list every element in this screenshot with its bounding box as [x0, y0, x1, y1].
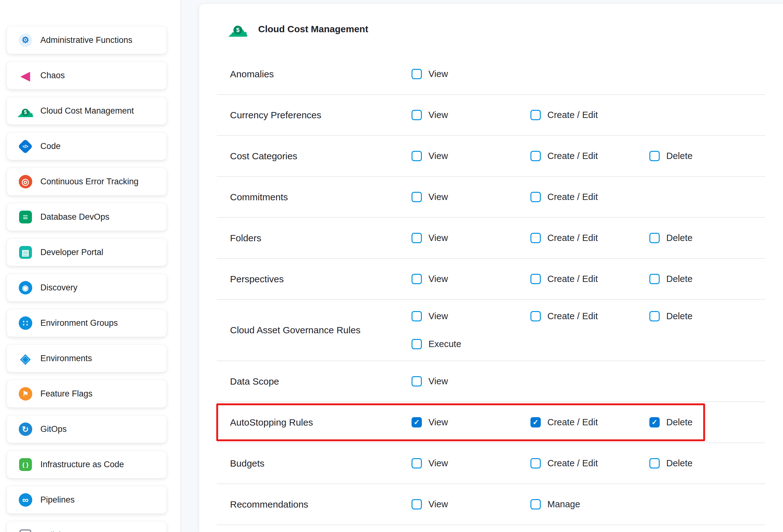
- folders-view-checkbox[interactable]: [411, 233, 422, 243]
- sidebar-item-label: Feature Flags: [40, 389, 93, 399]
- resource-name: AutoStopping Rules: [217, 417, 411, 428]
- permission-label[interactable]: Delete: [666, 274, 693, 284]
- permission-label[interactable]: View: [429, 151, 448, 161]
- permission-label[interactable]: View: [429, 192, 448, 202]
- permission-label[interactable]: View: [429, 69, 448, 79]
- permission-row-folders: FoldersViewCreate / EditDelete: [217, 218, 765, 259]
- sidebar-item-cloud-cost-management[interactable]: ☁$ Cloud Cost Management: [7, 97, 166, 125]
- resource-name: Cloud Asset Governance Rules: [217, 325, 411, 336]
- cloud-asset-governance-rules-execute-checkbox[interactable]: [411, 339, 422, 349]
- permission-label[interactable]: Create / Edit: [547, 151, 598, 161]
- permission-row-cloud-asset-governance-rules: Cloud Asset Governance RulesViewCreate /…: [217, 300, 765, 361]
- sidebar-item-database-devops[interactable]: ≡ Database DevOps: [7, 204, 166, 231]
- sidebar-item-environment-groups[interactable]: ∷ Environment Groups: [7, 310, 166, 337]
- permission-cell: Create / Edit: [530, 274, 649, 284]
- sidebar-item-label: Developer Portal: [40, 248, 103, 257]
- recommendations-manage-checkbox[interactable]: [530, 499, 541, 509]
- permission-cell: Delete: [649, 274, 765, 284]
- permission-label[interactable]: View: [429, 274, 448, 284]
- sidebar-list: ⚙ Administrative Functions ◀ Chaos ☁$ Cl…: [0, 0, 181, 532]
- permission-label[interactable]: Delete: [666, 233, 693, 243]
- budgets-delete-checkbox[interactable]: [649, 458, 660, 468]
- sidebar-item-developer-portal[interactable]: ▤ Developer Portal: [7, 239, 166, 266]
- permission-cell: View: [411, 110, 530, 120]
- permission-row-data-scope: Data ScopeView: [217, 361, 765, 402]
- permission-label[interactable]: View: [429, 499, 448, 509]
- budgets-view-checkbox[interactable]: [411, 458, 422, 468]
- sidebar-item-label: GitOps: [40, 424, 67, 434]
- resource-name: Anomalies: [217, 69, 411, 80]
- perspectives-create-edit-checkbox[interactable]: [530, 274, 541, 284]
- data-scope-view-checkbox[interactable]: [411, 376, 422, 386]
- sidebar-item-infrastructure-as-code[interactable]: { } Infrastructure as Code: [7, 451, 166, 478]
- commitments-create-edit-checkbox[interactable]: [530, 192, 541, 202]
- cost-categories-create-edit-checkbox[interactable]: [530, 151, 541, 161]
- cost-categories-delete-checkbox[interactable]: [649, 151, 660, 161]
- permission-label[interactable]: Create / Edit: [547, 110, 598, 120]
- resource-name: Folders: [217, 233, 411, 244]
- perspectives-view-checkbox[interactable]: [411, 274, 422, 284]
- resource-name: Cost Categories: [217, 151, 411, 161]
- sidebar-item-administrative-functions[interactable]: ⚙ Administrative Functions: [7, 27, 166, 54]
- autostopping-rules-delete-checkbox[interactable]: [649, 417, 660, 428]
- permission-label[interactable]: View: [429, 233, 448, 243]
- iac-icon: { }: [18, 458, 33, 472]
- permission-cell: Manage: [530, 499, 649, 509]
- sidebar-item-code[interactable]: </> Code: [7, 133, 166, 160]
- permission-label[interactable]: Create / Edit: [547, 311, 598, 321]
- anomalies-view-checkbox[interactable]: [411, 69, 422, 79]
- permission-cell: Create / Edit: [530, 192, 649, 202]
- sidebar-item-continuous-error-tracking[interactable]: ◎ Continuous Error Tracking: [7, 168, 166, 195]
- budgets-create-edit-checkbox[interactable]: [530, 458, 541, 468]
- permission-cell: View: [411, 311, 530, 321]
- permission-label[interactable]: Create / Edit: [547, 458, 598, 468]
- permission-label[interactable]: View: [429, 417, 448, 428]
- sidebar-item-policies[interactable]: ✓ Policies: [7, 522, 166, 532]
- currency-preferences-create-edit-checkbox[interactable]: [530, 110, 541, 120]
- pipelines-icon: ∞: [18, 493, 33, 507]
- permission-cell: View: [411, 233, 530, 243]
- permission-row-cost-categories: Cost CategoriesViewCreate / EditDelete: [217, 136, 765, 177]
- permission-label[interactable]: Create / Edit: [547, 417, 598, 428]
- permission-cell: Delete: [649, 151, 765, 161]
- sidebar-item-chaos[interactable]: ◀ Chaos: [7, 62, 166, 89]
- folders-delete-checkbox[interactable]: [649, 233, 660, 243]
- permission-label[interactable]: Execute: [429, 339, 461, 349]
- sidebar-item-label: Environments: [40, 354, 92, 363]
- permission-label[interactable]: Delete: [666, 458, 693, 468]
- permission-label[interactable]: View: [429, 311, 448, 321]
- main-background: ☁$ Cloud Cost Management AnomaliesViewCu…: [181, 0, 783, 532]
- permission-label[interactable]: Delete: [666, 151, 693, 161]
- permission-label[interactable]: Create / Edit: [547, 192, 598, 202]
- permission-label[interactable]: View: [429, 376, 448, 386]
- permission-cell: Create / Edit: [530, 233, 649, 243]
- resource-name: Commitments: [217, 192, 411, 202]
- sidebar-item-pipelines[interactable]: ∞ Pipelines: [7, 486, 166, 513]
- perspectives-delete-checkbox[interactable]: [649, 274, 660, 284]
- recommendations-view-checkbox[interactable]: [411, 499, 422, 509]
- commitments-view-checkbox[interactable]: [411, 192, 422, 202]
- permission-row-currency-preferences: Currency PreferencesViewCreate / Edit: [217, 95, 765, 136]
- folders-create-edit-checkbox[interactable]: [530, 233, 541, 243]
- permission-label[interactable]: Create / Edit: [547, 274, 598, 284]
- cost-categories-view-checkbox[interactable]: [411, 151, 422, 161]
- autostopping-rules-create-edit-checkbox[interactable]: [530, 417, 541, 428]
- currency-preferences-view-checkbox[interactable]: [411, 110, 422, 120]
- autostopping-rules-view-checkbox[interactable]: [411, 417, 422, 428]
- cloud-dollar-icon: ☁$: [18, 104, 33, 118]
- sidebar-item-label: Policies: [40, 530, 69, 532]
- sidebar-item-environments[interactable]: ◈ Environments: [7, 345, 166, 372]
- gear-icon: ⚙: [18, 33, 33, 48]
- cloud-asset-governance-rules-delete-checkbox[interactable]: [649, 311, 660, 321]
- cloud-asset-governance-rules-create-edit-checkbox[interactable]: [530, 311, 541, 321]
- permission-label[interactable]: Delete: [666, 311, 693, 321]
- sidebar-item-discovery[interactable]: ◉ Discovery: [7, 274, 166, 301]
- permission-label[interactable]: View: [429, 458, 448, 468]
- sidebar-item-feature-flags[interactable]: ⚑ Feature Flags: [7, 380, 166, 407]
- permission-label[interactable]: View: [429, 110, 448, 120]
- permission-label[interactable]: Manage: [547, 499, 580, 509]
- permission-label[interactable]: Create / Edit: [547, 233, 598, 243]
- permission-label[interactable]: Delete: [666, 417, 693, 428]
- sidebar-item-gitops[interactable]: ↻ GitOps: [7, 415, 166, 443]
- cloud-asset-governance-rules-view-checkbox[interactable]: [411, 311, 422, 321]
